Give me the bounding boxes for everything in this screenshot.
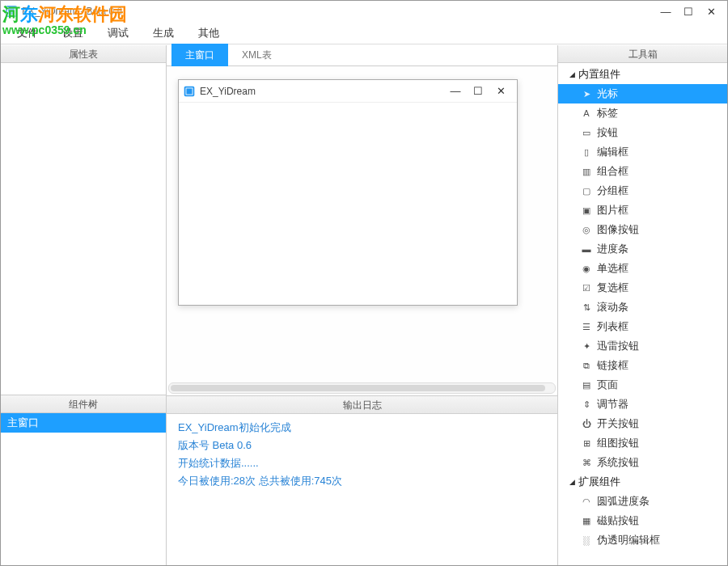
menu-debug[interactable]: 调试 [96,23,140,44]
toolbox-item-icon: ⌘ [581,458,592,468]
toolbox-item-label: 系统按钮 [597,455,639,470]
toolbox-item[interactable]: ▭按钮 [558,123,727,142]
toolbox-item-icon: ➤ [581,89,592,99]
toolbox-item-icon: ⊞ [581,438,592,449]
toolbox-item[interactable]: ➤光标 [558,84,727,103]
toolbox-item-label: 滚动条 [597,300,629,315]
toolbox-item[interactable]: ◉单选框 [558,259,727,278]
toolbox-item-label: 复选框 [597,281,629,295]
toolbox-item-icon: ✦ [581,341,592,352]
toolbox-item-icon: ◎ [581,225,592,235]
toolbox-item-icon: ▣ [581,205,592,216]
toolbox-item-label: 迅雷按钮 [597,339,639,353]
maximize-button[interactable]: ☐ [677,3,700,19]
toolbox-item[interactable]: A标签 [558,103,727,123]
toolbox-body: 内置组件➤光标A标签▭按钮▯编辑框▥组合框▢分组框▣图片框◎图像按钮▬进度条◉单… [558,63,727,565]
toolbox-item-label: 磁贴按钮 [597,513,639,528]
toolbox-item[interactable]: ▣图片框 [558,201,727,220]
mock-maximize-button[interactable]: ☐ [467,83,489,99]
toolbox-item[interactable]: ▢分组框 [558,181,727,201]
tab-xml-table[interactable]: XML表 [228,44,286,66]
app-icon [6,6,17,17]
log-line: EX_YiDream初始化完成 [178,419,546,437]
toolbox-item-icon: ▬ [581,244,592,254]
toolbox-item-label: 单选框 [597,261,629,276]
tree-item-main-window[interactable]: 主窗口 [1,413,166,433]
toolbox-item[interactable]: ✦迅雷按钮 [558,336,727,356]
toolbox-item-label: 按钮 [597,125,618,140]
toolbox-item-label: 开关按钮 [597,416,639,431]
toolbox-item[interactable]: ⇕调节器 [558,395,727,414]
toolbox-item[interactable]: ⧉链接框 [558,356,727,375]
titlebar: EX_YiDream - Beta 0.6 — ☐ ✕ [1,1,727,22]
canvas-horizontal-scrollbar[interactable] [168,382,556,394]
toolbox-item-icon: ⏻ [581,419,592,429]
toolbox-item[interactable]: ◠圆弧进度条 [558,492,727,511]
toolbox-item-icon: ▢ [581,186,592,196]
toolbox-item-icon: ☑ [581,283,592,294]
mock-window[interactable]: EX_YiDream — ☐ ✕ [178,79,518,306]
toolbox-item-label: 图像按钮 [597,222,639,237]
toolbox-item-icon: A [581,108,592,118]
toolbox-item-icon: ⧉ [581,361,592,371]
menu-other[interactable]: 其他 [187,23,231,44]
toolbox-item-label: 标签 [597,106,618,120]
properties-panel: 属性表 [1,45,166,395]
mock-minimize-button[interactable]: — [444,83,467,99]
toolbox-item-label: 伪透明编辑框 [597,533,660,547]
tab-main-window[interactable]: 主窗口 [171,44,228,66]
toolbox-item-icon: ░ [581,535,592,545]
toolbox-item-icon: ◉ [581,264,592,274]
toolbox-item[interactable]: ◎图像按钮 [558,220,727,239]
toolbox-item-icon: ▤ [581,380,592,391]
toolbox-item[interactable]: ░伪透明编辑框 [558,530,727,550]
toolbox-item-label: 调节器 [597,397,629,412]
toolbox-item-label: 链接框 [597,358,629,373]
toolbox-item-label: 分组框 [597,184,629,198]
toolbox-header: 工具箱 [558,45,727,63]
mock-close-button[interactable]: ✕ [489,83,512,99]
mock-window-title: EX_YiDream [200,86,444,97]
mock-window-icon [184,86,195,96]
menu-generate[interactable]: 生成 [142,23,185,44]
toolbox-item[interactable]: ▦磁贴按钮 [558,511,727,530]
properties-panel-header: 属性表 [1,45,166,63]
toolbox-item-label: 页面 [597,378,618,392]
toolbox-item[interactable]: ☰列表框 [558,317,727,336]
close-button[interactable]: ✕ [700,3,722,19]
toolbox-item[interactable]: ▤页面 [558,375,727,395]
minimize-button[interactable]: — [654,3,677,19]
toolbox-group[interactable]: 内置组件 [558,65,727,84]
toolbox-item[interactable]: ☑复选框 [558,278,727,298]
toolbox-item-label: 编辑框 [597,145,629,159]
output-log-body: EX_YiDream初始化完成 版本号 Beta 0.6 开始统计数据.....… [167,414,557,565]
toolbox-item-label: 组合框 [597,164,629,179]
toolbox-item-label: 组图按钮 [597,436,639,450]
toolbox-item[interactable]: ▬进度条 [558,239,727,259]
toolbox-item-label: 列表框 [597,319,629,334]
toolbox-item-icon: ▦ [581,516,592,526]
toolbox-item-icon: ▥ [581,167,592,177]
toolbox-item-label: 圆弧进度条 [597,494,650,509]
log-line: 版本号 Beta 0.6 [178,437,546,454]
toolbox-item[interactable]: ⇅滚动条 [558,298,727,317]
toolbox-item[interactable]: ▥组合框 [558,162,727,181]
toolbox-item[interactable]: ⌘系统按钮 [558,453,727,472]
toolbox-item[interactable]: ⊞组图按钮 [558,433,727,453]
toolbox-item-icon: ☰ [581,322,592,332]
log-line: 开始统计数据...... [178,454,546,472]
toolbox-item-icon: ▭ [581,128,592,138]
output-log-header: 输出日志 [167,396,557,414]
window-title: EX_YiDream - Beta 0.6 [22,6,654,17]
toolbox-item[interactable]: ▯编辑框 [558,142,727,162]
toolbox-item[interactable]: ⏻开关按钮 [558,414,727,433]
output-log-panel: 输出日志 EX_YiDream初始化完成 版本号 Beta 0.6 开始统计数据… [167,395,557,565]
toolbox-item-icon: ⇅ [581,302,592,313]
toolbox-item-label: 进度条 [597,242,629,256]
component-tree-header: 组件树 [1,395,166,413]
menu-settings[interactable]: 设置 [51,23,95,44]
design-canvas[interactable]: EX_YiDream — ☐ ✕ [167,66,557,382]
toolbox-group[interactable]: 扩展组件 [558,472,727,492]
menu-file[interactable]: 文件 [6,23,49,44]
toolbox-item-label: 光标 [597,87,618,101]
